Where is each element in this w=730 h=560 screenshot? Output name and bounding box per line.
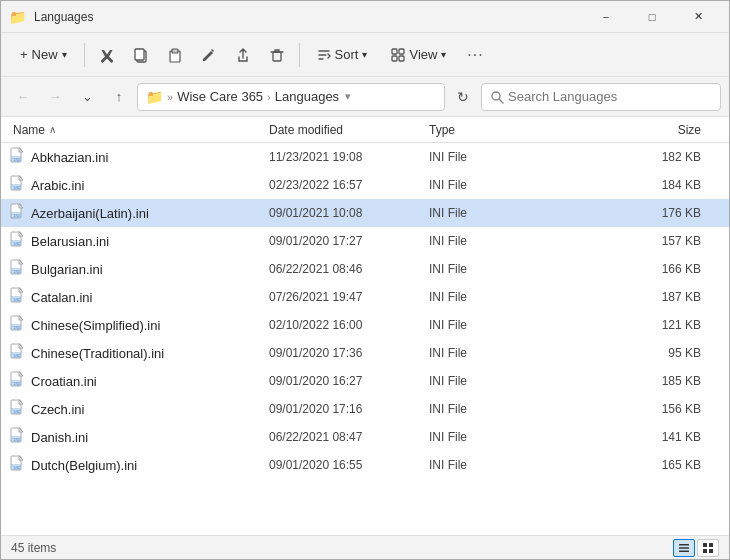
cell-date: 11/23/2021 19:08: [269, 150, 429, 164]
cell-size: 141 KB: [529, 430, 721, 444]
ini-file-icon: INI: [9, 399, 25, 420]
file-name: Belarusian.ini: [31, 234, 109, 249]
file-name: Arabic.ini: [31, 178, 84, 193]
cell-date: 09/01/2020 16:27: [269, 374, 429, 388]
cell-date: 09/01/2021 10:08: [269, 206, 429, 220]
column-type-header[interactable]: Type: [429, 123, 529, 137]
file-name: Chinese(Traditional).ini: [31, 346, 164, 361]
breadcrumb-chevron-icon: ▾: [345, 90, 351, 103]
file-row[interactable]: INI Chinese(Simplified).ini 02/10/2022 1…: [1, 311, 729, 339]
sort-button[interactable]: Sort ▾: [306, 39, 379, 71]
file-row[interactable]: INI Catalan.ini 07/26/2021 19:47 INI Fil…: [1, 283, 729, 311]
file-name: Chinese(Simplified).ini: [31, 318, 160, 333]
grid-view-icon: [702, 542, 714, 554]
share-button[interactable]: [227, 39, 259, 71]
cell-size: 166 KB: [529, 262, 721, 276]
file-row[interactable]: INI Azerbaijani(Latin).ini 09/01/2021 10…: [1, 199, 729, 227]
recent-locations-button[interactable]: ⌄: [73, 83, 101, 111]
file-name: Bulgarian.ini: [31, 262, 103, 277]
new-button[interactable]: + New ▾: [9, 39, 78, 71]
cell-date: 09/01/2020 17:27: [269, 234, 429, 248]
ini-file-icon: INI: [9, 287, 25, 308]
cut-icon: [99, 47, 115, 63]
cell-date: 06/22/2021 08:47: [269, 430, 429, 444]
title-bar: 📁 Languages − □ ✕: [1, 1, 729, 33]
file-row[interactable]: INI Dutch(Belgium).ini 09/01/2020 16:55 …: [1, 451, 729, 479]
forward-button[interactable]: →: [41, 83, 69, 111]
cell-size: 95 KB: [529, 346, 721, 360]
rename-icon: [201, 47, 217, 63]
folder-icon: 📁: [146, 89, 163, 105]
cell-name: INI Chinese(Traditional).ini: [9, 343, 269, 364]
title-bar-controls: − □ ✕: [583, 1, 721, 33]
file-area: Name ∧ Date modified Type Size INI: [1, 117, 729, 535]
up-button[interactable]: ↑: [105, 83, 133, 111]
ini-file-icon: INI: [9, 455, 25, 476]
view-toggle: [673, 539, 719, 557]
search-box[interactable]: [481, 83, 721, 111]
cell-type: INI File: [429, 374, 529, 388]
column-date-header[interactable]: Date modified: [269, 123, 429, 137]
column-size-header[interactable]: Size: [529, 123, 721, 137]
svg-rect-7: [392, 56, 397, 61]
new-plus-icon: +: [20, 47, 28, 62]
grid-view-button[interactable]: [697, 539, 719, 557]
delete-button[interactable]: [261, 39, 293, 71]
copy-button[interactable]: [125, 39, 157, 71]
cell-type: INI File: [429, 206, 529, 220]
minimize-button[interactable]: −: [583, 1, 629, 33]
list-view-icon: [678, 542, 690, 554]
paste-button[interactable]: [159, 39, 191, 71]
view-chevron-icon: ▾: [441, 49, 446, 60]
toolbar: + New ▾ Sort ▾ View ▾ ···: [1, 33, 729, 77]
paste-icon: [167, 47, 183, 63]
file-row[interactable]: INI Danish.ini 06/22/2021 08:47 INI File…: [1, 423, 729, 451]
svg-rect-47: [679, 544, 689, 546]
file-row[interactable]: INI Abkhazian.ini 11/23/2021 19:08 INI F…: [1, 143, 729, 171]
file-name: Czech.ini: [31, 402, 84, 417]
file-name: Croatian.ini: [31, 374, 97, 389]
file-list[interactable]: INI Abkhazian.ini 11/23/2021 19:08 INI F…: [1, 143, 729, 535]
file-row[interactable]: INI Arabic.ini 02/23/2022 16:57 INI File…: [1, 171, 729, 199]
svg-rect-48: [679, 547, 689, 549]
svg-text:INI: INI: [13, 157, 21, 162]
svg-rect-1: [135, 49, 144, 60]
search-input[interactable]: [508, 89, 712, 104]
sort-icon: [317, 48, 331, 62]
view-button[interactable]: View ▾: [380, 39, 457, 71]
rename-button[interactable]: [193, 39, 225, 71]
cell-date: 06/22/2021 08:46: [269, 262, 429, 276]
title-bar-title: Languages: [34, 10, 575, 24]
refresh-button[interactable]: ↻: [449, 83, 477, 111]
cut-button[interactable]: [91, 39, 123, 71]
ini-file-icon: INI: [9, 203, 25, 224]
maximize-button[interactable]: □: [629, 1, 675, 33]
file-row[interactable]: INI Bulgarian.ini 06/22/2021 08:46 INI F…: [1, 255, 729, 283]
file-name: Catalan.ini: [31, 290, 92, 305]
close-button[interactable]: ✕: [675, 1, 721, 33]
cell-size: 157 KB: [529, 234, 721, 248]
search-icon: [490, 90, 504, 104]
address-bar: ← → ⌄ ↑ 📁 » Wise Care 365 › Languages ▾ …: [1, 77, 729, 117]
file-row[interactable]: INI Croatian.ini 09/01/2020 16:27 INI Fi…: [1, 367, 729, 395]
sort-chevron-icon: ▾: [362, 49, 367, 60]
ini-file-icon: INI: [9, 231, 25, 252]
back-button[interactable]: ←: [9, 83, 37, 111]
file-row[interactable]: INI Belarusian.ini 09/01/2020 17:27 INI …: [1, 227, 729, 255]
cell-name: INI Czech.ini: [9, 399, 269, 420]
ini-file-icon: INI: [9, 259, 25, 280]
column-name-header[interactable]: Name ∧: [9, 123, 269, 137]
cell-name: INI Abkhazian.ini: [9, 147, 269, 168]
list-view-button[interactable]: [673, 539, 695, 557]
file-name: Abkhazian.ini: [31, 150, 108, 165]
more-button[interactable]: ···: [459, 39, 491, 71]
svg-rect-8: [399, 56, 404, 61]
file-row[interactable]: INI Chinese(Traditional).ini 09/01/2020 …: [1, 339, 729, 367]
toolbar-separator-2: [299, 43, 300, 67]
ini-file-icon: INI: [9, 343, 25, 364]
breadcrumb[interactable]: 📁 » Wise Care 365 › Languages ▾: [137, 83, 445, 111]
file-row[interactable]: INI Czech.ini 09/01/2020 17:16 INI File …: [1, 395, 729, 423]
cell-name: INI Belarusian.ini: [9, 231, 269, 252]
cell-type: INI File: [429, 430, 529, 444]
svg-text:INI: INI: [13, 269, 21, 274]
